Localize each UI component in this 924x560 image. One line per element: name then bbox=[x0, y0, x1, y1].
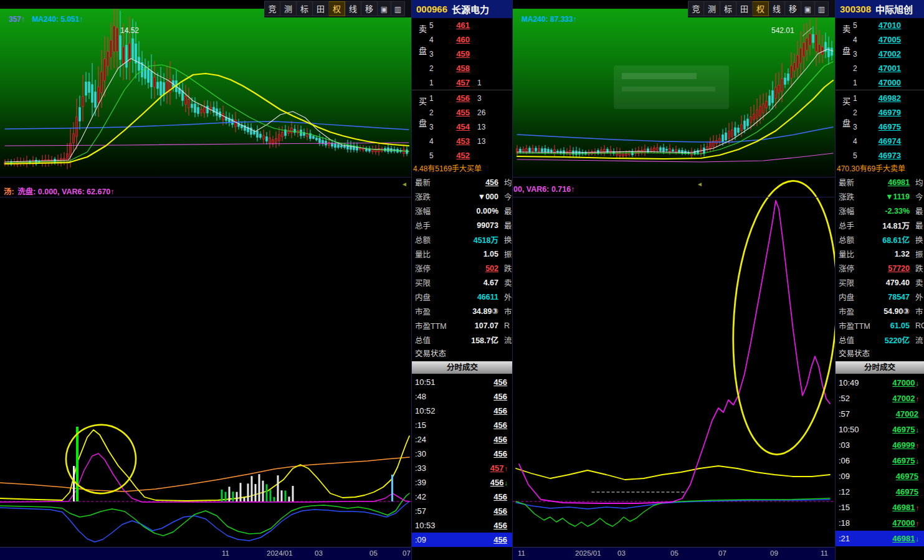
grid-button[interactable]: 田 bbox=[736, 1, 753, 16]
tick-direction-icon: ↑ bbox=[505, 465, 508, 472]
clipped-second-column: 市 bbox=[915, 305, 924, 317]
tick-time: :57 bbox=[415, 506, 442, 516]
bid-volume: 13 bbox=[477, 123, 485, 131]
clipped-second-column: 最 bbox=[915, 205, 924, 217]
trade-tick-row: :24 456 bbox=[412, 432, 513, 447]
ask-price[interactable]: 47000 bbox=[862, 78, 901, 87]
trade-tick-row: :33 457↑ bbox=[412, 461, 513, 475]
field-value: 158.7亿 bbox=[450, 334, 498, 346]
quote-field-row: 涨幅 -2.33% 最 bbox=[836, 204, 924, 218]
timeline-tick: 09 bbox=[770, 549, 778, 557]
chart-line bbox=[0, 453, 409, 502]
field-label: 涨跌 bbox=[839, 191, 874, 202]
ask-price[interactable]: 458 bbox=[439, 64, 470, 73]
bid-price[interactable]: 452 bbox=[439, 151, 470, 160]
pane-scroll-arrow-icon[interactable]: ◄ bbox=[401, 181, 407, 187]
level-number: 4 bbox=[853, 36, 862, 44]
pane-scroll-arrow-icon[interactable]: ◄ bbox=[697, 181, 703, 187]
measure-button[interactable]: 测 bbox=[280, 1, 297, 16]
ask-price[interactable]: 461 bbox=[439, 21, 470, 30]
mark-button[interactable]: 标 bbox=[720, 1, 736, 16]
move-button[interactable]: 移 bbox=[361, 1, 378, 16]
bid-price[interactable]: 46975 bbox=[862, 122, 901, 131]
indicator-pane-right[interactable] bbox=[513, 178, 835, 547]
bid-price[interactable]: 453 bbox=[439, 136, 470, 146]
tick-time: :12 bbox=[839, 487, 866, 496]
adjust-rights-button[interactable]: 权 bbox=[329, 1, 345, 16]
level-number: 4 bbox=[853, 137, 862, 146]
volume-bars bbox=[73, 427, 393, 501]
ask-price[interactable]: 460 bbox=[439, 35, 470, 44]
bid-price[interactable]: 456 bbox=[439, 93, 470, 103]
ask-price[interactable]: 47010 bbox=[862, 21, 901, 30]
time-sales-list[interactable]: 10:49 47000↓ :52 47002↑ :57 47002 10:50 … bbox=[836, 375, 924, 546]
quote-field-row: 内盘 78547 外 bbox=[836, 290, 924, 304]
tick-time: :57 bbox=[839, 409, 866, 419]
chart-line bbox=[5, 121, 409, 130]
field-label: 市盈 bbox=[839, 305, 874, 317]
board-icon[interactable]: ▥ bbox=[815, 1, 829, 16]
mark-button[interactable]: 标 bbox=[297, 1, 313, 16]
field-label: 内盘 bbox=[839, 291, 874, 303]
bid-price[interactable]: 454 bbox=[439, 122, 470, 131]
bid-price[interactable]: 46974 bbox=[862, 136, 901, 146]
field-label: 市盈 bbox=[415, 305, 450, 317]
time-sales-list[interactable]: 10:51 456 :48 456 10:52 456 :15 456 bbox=[412, 375, 513, 547]
trade-tick-row: :21 46981↓ bbox=[836, 531, 924, 546]
bid-side-label: 买盘 bbox=[840, 97, 852, 141]
ask-row[interactable]: 1 47000 bbox=[836, 75, 924, 90]
trade-tick-row: 10:49 47000↓ bbox=[836, 375, 924, 391]
ask-price[interactable]: 459 bbox=[439, 49, 470, 59]
draw-line-button[interactable]: 线 bbox=[769, 1, 785, 16]
field-value: 14.81万 bbox=[874, 219, 910, 231]
stock-header: 000966 长源电力 bbox=[412, 0, 513, 18]
field-label: 总手 bbox=[839, 219, 874, 231]
grid-button[interactable]: 田 bbox=[313, 1, 329, 16]
time-sales-header[interactable]: 分时成交 bbox=[412, 361, 513, 374]
tick-time: 10:49 bbox=[839, 378, 866, 387]
trade-tick-row: 10:53 456 bbox=[412, 518, 513, 533]
auction-button[interactable]: 竞 bbox=[688, 1, 704, 16]
clipped-second-column: 跌 bbox=[504, 262, 513, 274]
tick-direction-icon: ↓ bbox=[505, 479, 508, 486]
window-icon[interactable]: ▣ bbox=[378, 1, 391, 16]
quote-panel-right: 300308 中际旭创 卖盘 买盘 5 47010 4 47005 bbox=[835, 0, 924, 560]
quote-field-row: 涨跌 ▼000 今 bbox=[412, 189, 513, 204]
field-label: 涨幅 bbox=[839, 205, 874, 217]
ask-price[interactable]: 47002 bbox=[862, 49, 901, 59]
kline-chart-left[interactable] bbox=[0, 9, 411, 177]
bid-row[interactable]: 5 452 bbox=[412, 148, 513, 163]
big-order-alert: 4.48有5169手大买单 bbox=[412, 163, 513, 174]
bid-price[interactable]: 46982 bbox=[862, 93, 901, 103]
bid-row[interactable]: 5 46973 bbox=[836, 148, 924, 163]
clipped-second-column: 今 bbox=[915, 191, 924, 202]
trade-tick-row: :03 46999↑ bbox=[836, 437, 924, 453]
ask-row[interactable]: 1 457 1 bbox=[412, 75, 513, 90]
adjust-rights-button[interactable]: 权 bbox=[753, 1, 769, 16]
chart-line bbox=[5, 74, 409, 164]
auction-button[interactable]: 竞 bbox=[264, 1, 280, 16]
indicator-pane-left[interactable] bbox=[0, 178, 411, 547]
board-icon[interactable]: ▥ bbox=[391, 1, 405, 16]
timeline-tick: 05 bbox=[670, 549, 679, 557]
ask-price[interactable]: 47001 bbox=[862, 64, 901, 73]
clipped-second-column: 振 bbox=[915, 248, 924, 260]
trade-tick-row: :57 47002 bbox=[836, 406, 924, 422]
ask-volume: 1 bbox=[477, 78, 482, 87]
ask-price[interactable]: 457 bbox=[439, 78, 470, 87]
trade-tick-row: :18 47000↑ bbox=[836, 515, 924, 531]
bid-price[interactable]: 46973 bbox=[862, 151, 901, 160]
bid-volume: 13 bbox=[477, 137, 485, 146]
time-sales-header[interactable]: 分时成交 bbox=[836, 361, 924, 374]
move-button[interactable]: 移 bbox=[785, 1, 801, 16]
ask-price[interactable]: 47005 bbox=[862, 35, 901, 44]
measure-button[interactable]: 测 bbox=[704, 1, 720, 16]
window-icon[interactable]: ▣ bbox=[801, 1, 815, 16]
draw-line-button[interactable]: 线 bbox=[345, 1, 361, 16]
bid-price[interactable]: 455 bbox=[439, 108, 470, 117]
bid-price[interactable]: 46979 bbox=[862, 108, 901, 117]
clipped-second-column: 最 bbox=[915, 219, 924, 231]
tick-time: :15 bbox=[415, 420, 442, 430]
quote-field-row: 涨停 502 跌 bbox=[412, 261, 513, 275]
tick-time: :21 bbox=[839, 534, 866, 543]
